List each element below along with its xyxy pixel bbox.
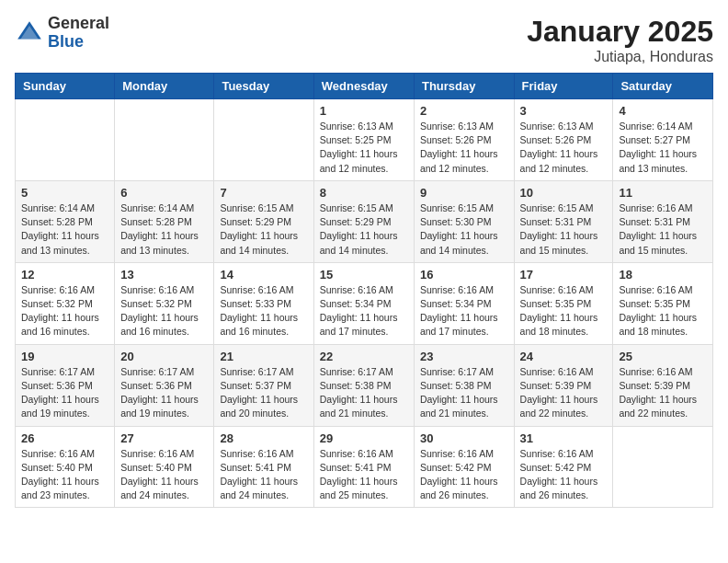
calendar-cell: 12Sunrise: 6:16 AM Sunset: 5:32 PM Dayli… — [16, 262, 115, 344]
calendar-cell — [115, 99, 214, 181]
day-number: 31 — [520, 431, 608, 445]
day-number: 25 — [619, 350, 707, 363]
day-info: Sunrise: 6:15 AM Sunset: 5:29 PM Dayligh… — [220, 201, 307, 258]
day-info: Sunrise: 6:16 AM Sunset: 5:33 PM Dayligh… — [220, 283, 307, 339]
day-number: 13 — [120, 268, 208, 282]
day-info: Sunrise: 6:16 AM Sunset: 5:39 PM Dayligh… — [520, 365, 608, 421]
day-info: Sunrise: 6:15 AM Sunset: 5:30 PM Dayligh… — [420, 201, 508, 258]
title-area: January 2025 Jutiapa, Honduras — [527, 15, 713, 65]
day-number: 7 — [220, 186, 307, 200]
calendar-cell: 26Sunrise: 6:16 AM Sunset: 5:40 PM Dayli… — [16, 426, 115, 508]
calendar-cell: 23Sunrise: 6:17 AM Sunset: 5:38 PM Dayli… — [414, 344, 514, 426]
day-number: 12 — [21, 268, 108, 282]
calendar-cell: 14Sunrise: 6:16 AM Sunset: 5:33 PM Dayli… — [214, 262, 313, 344]
day-info: Sunrise: 6:13 AM Sunset: 5:26 PM Dayligh… — [520, 120, 608, 176]
calendar-week-2: 5Sunrise: 6:14 AM Sunset: 5:28 PM Daylig… — [16, 180, 713, 262]
calendar-cell: 6Sunrise: 6:14 AM Sunset: 5:28 PM Daylig… — [115, 180, 214, 262]
day-info: Sunrise: 6:16 AM Sunset: 5:34 PM Dayligh… — [320, 283, 408, 339]
day-info: Sunrise: 6:16 AM Sunset: 5:35 PM Dayligh… — [619, 283, 707, 339]
logo-text: General Blue — [48, 15, 109, 52]
calendar-cell: 22Sunrise: 6:17 AM Sunset: 5:38 PM Dayli… — [313, 344, 414, 426]
day-number: 15 — [320, 268, 408, 282]
calendar-cell: 2Sunrise: 6:13 AM Sunset: 5:26 PM Daylig… — [414, 99, 514, 181]
calendar-cell: 21Sunrise: 6:17 AM Sunset: 5:37 PM Dayli… — [214, 344, 313, 426]
calendar-cell: 13Sunrise: 6:16 AM Sunset: 5:32 PM Dayli… — [115, 262, 214, 344]
day-info: Sunrise: 6:16 AM Sunset: 5:41 PM Dayligh… — [320, 447, 408, 503]
day-number: 26 — [21, 431, 108, 445]
day-number: 14 — [220, 268, 307, 282]
page-header: General Blue January 2025 Jutiapa, Hondu… — [15, 15, 713, 65]
day-number: 29 — [320, 431, 408, 445]
day-info: Sunrise: 6:16 AM Sunset: 5:42 PM Dayligh… — [520, 447, 608, 503]
day-info: Sunrise: 6:16 AM Sunset: 5:40 PM Dayligh… — [21, 447, 108, 503]
day-number: 18 — [619, 268, 707, 282]
day-info: Sunrise: 6:17 AM Sunset: 5:36 PM Dayligh… — [21, 365, 108, 421]
day-number: 23 — [420, 350, 508, 363]
calendar-cell: 17Sunrise: 6:16 AM Sunset: 5:35 PM Dayli… — [514, 262, 613, 344]
day-info: Sunrise: 6:16 AM Sunset: 5:40 PM Dayligh… — [120, 447, 208, 503]
day-info: Sunrise: 6:16 AM Sunset: 5:31 PM Dayligh… — [619, 201, 707, 258]
day-number: 16 — [420, 268, 508, 282]
calendar-cell — [613, 426, 713, 508]
day-number: 1 — [320, 104, 408, 118]
day-info: Sunrise: 6:16 AM Sunset: 5:41 PM Dayligh… — [220, 447, 307, 503]
day-number: 4 — [619, 104, 707, 118]
day-info: Sunrise: 6:17 AM Sunset: 5:37 PM Dayligh… — [220, 365, 307, 421]
day-info: Sunrise: 6:16 AM Sunset: 5:32 PM Dayligh… — [21, 283, 108, 339]
calendar-cell — [16, 99, 115, 181]
day-info: Sunrise: 6:16 AM Sunset: 5:42 PM Dayligh… — [420, 447, 508, 503]
month-title: January 2025 — [527, 15, 713, 49]
day-info: Sunrise: 6:13 AM Sunset: 5:25 PM Dayligh… — [320, 120, 408, 176]
calendar-week-3: 12Sunrise: 6:16 AM Sunset: 5:32 PM Dayli… — [16, 262, 713, 344]
calendar-cell: 15Sunrise: 6:16 AM Sunset: 5:34 PM Dayli… — [313, 262, 414, 344]
day-number: 9 — [420, 186, 508, 200]
day-info: Sunrise: 6:13 AM Sunset: 5:26 PM Dayligh… — [420, 120, 508, 176]
calendar-cell: 16Sunrise: 6:16 AM Sunset: 5:34 PM Dayli… — [414, 262, 514, 344]
day-number: 5 — [21, 186, 108, 200]
day-header-thursday: Thursday — [414, 74, 514, 99]
calendar-cell: 10Sunrise: 6:15 AM Sunset: 5:31 PM Dayli… — [514, 180, 613, 262]
calendar-cell: 30Sunrise: 6:16 AM Sunset: 5:42 PM Dayli… — [414, 426, 514, 508]
day-number: 27 — [120, 431, 208, 445]
calendar-table: SundayMondayTuesdayWednesdayThursdayFrid… — [15, 73, 713, 508]
logo-blue-text: Blue — [48, 33, 109, 52]
day-header-monday: Monday — [115, 74, 214, 99]
day-info: Sunrise: 6:16 AM Sunset: 5:35 PM Dayligh… — [520, 283, 608, 339]
day-info: Sunrise: 6:17 AM Sunset: 5:38 PM Dayligh… — [320, 365, 408, 421]
day-header-wednesday: Wednesday — [313, 74, 414, 99]
calendar-cell: 3Sunrise: 6:13 AM Sunset: 5:26 PM Daylig… — [514, 99, 613, 181]
calendar-cell: 19Sunrise: 6:17 AM Sunset: 5:36 PM Dayli… — [16, 344, 115, 426]
calendar-week-4: 19Sunrise: 6:17 AM Sunset: 5:36 PM Dayli… — [16, 344, 713, 426]
day-info: Sunrise: 6:17 AM Sunset: 5:36 PM Dayligh… — [120, 365, 208, 421]
day-info: Sunrise: 6:15 AM Sunset: 5:31 PM Dayligh… — [520, 201, 608, 258]
calendar-cell: 20Sunrise: 6:17 AM Sunset: 5:36 PM Dayli… — [115, 344, 214, 426]
calendar-cell: 24Sunrise: 6:16 AM Sunset: 5:39 PM Dayli… — [514, 344, 613, 426]
day-number: 24 — [520, 350, 608, 363]
logo-general-text: General — [48, 15, 109, 33]
days-of-week-row: SundayMondayTuesdayWednesdayThursdayFrid… — [16, 74, 713, 99]
day-info: Sunrise: 6:14 AM Sunset: 5:28 PM Dayligh… — [21, 201, 108, 258]
calendar-cell: 18Sunrise: 6:16 AM Sunset: 5:35 PM Dayli… — [613, 262, 713, 344]
calendar-cell: 25Sunrise: 6:16 AM Sunset: 5:39 PM Dayli… — [613, 344, 713, 426]
calendar-body: 1Sunrise: 6:13 AM Sunset: 5:25 PM Daylig… — [16, 99, 713, 508]
day-info: Sunrise: 6:17 AM Sunset: 5:38 PM Dayligh… — [420, 365, 508, 421]
day-header-saturday: Saturday — [613, 74, 713, 99]
day-number: 30 — [420, 431, 508, 445]
day-info: Sunrise: 6:16 AM Sunset: 5:32 PM Dayligh… — [120, 283, 208, 339]
calendar-cell: 11Sunrise: 6:16 AM Sunset: 5:31 PM Dayli… — [613, 180, 713, 262]
day-info: Sunrise: 6:16 AM Sunset: 5:39 PM Dayligh… — [619, 365, 707, 421]
calendar-cell: 1Sunrise: 6:13 AM Sunset: 5:25 PM Daylig… — [313, 99, 414, 181]
day-number: 8 — [320, 186, 408, 200]
day-info: Sunrise: 6:16 AM Sunset: 5:34 PM Dayligh… — [420, 283, 508, 339]
day-info: Sunrise: 6:15 AM Sunset: 5:29 PM Dayligh… — [320, 201, 408, 258]
day-header-tuesday: Tuesday — [214, 74, 313, 99]
day-number: 20 — [120, 350, 208, 363]
calendar-header: SundayMondayTuesdayWednesdayThursdayFrid… — [16, 74, 713, 99]
location-text: Jutiapa, Honduras — [527, 49, 713, 65]
calendar-cell: 7Sunrise: 6:15 AM Sunset: 5:29 PM Daylig… — [214, 180, 313, 262]
day-info: Sunrise: 6:14 AM Sunset: 5:27 PM Dayligh… — [619, 120, 707, 176]
day-header-sunday: Sunday — [16, 74, 115, 99]
day-number: 17 — [520, 268, 608, 282]
calendar-week-5: 26Sunrise: 6:16 AM Sunset: 5:40 PM Dayli… — [16, 426, 713, 508]
day-info: Sunrise: 6:14 AM Sunset: 5:28 PM Dayligh… — [120, 201, 208, 258]
